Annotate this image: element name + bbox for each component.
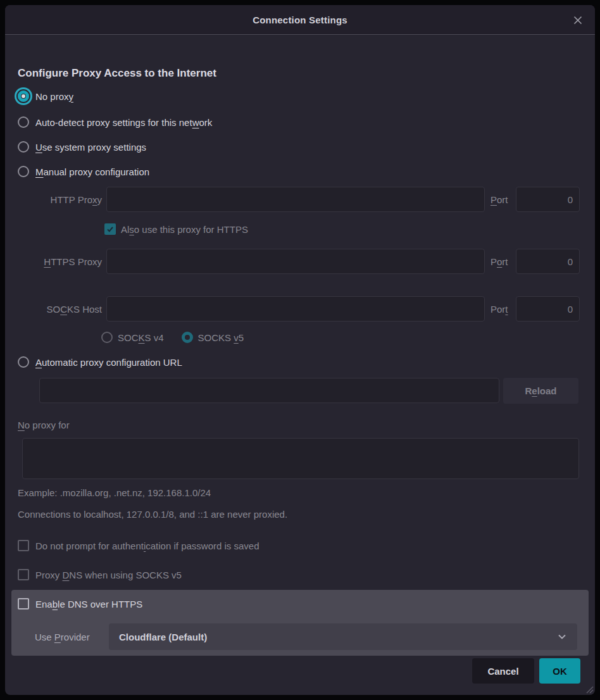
proxy-dns-row[interactable]: Proxy DNS when using SOCKS v5 xyxy=(18,569,182,580)
share-proxy-label: Also use this proxy for HTTPS xyxy=(121,224,248,235)
radio-manual-label: Manual proxy configuration xyxy=(35,166,149,177)
cancel-button[interactable]: Cancel xyxy=(472,658,534,684)
radio-no-proxy[interactable] xyxy=(18,91,29,102)
https-proxy-label: HTTPS Proxy xyxy=(18,256,102,267)
doh-provider-dropdown[interactable]: Cloudflare (Default) xyxy=(109,623,577,650)
dialog-titlebar[interactable]: Connection Settings xyxy=(5,5,595,35)
radio-row-auto-url[interactable]: Automatic proxy configuration URL xyxy=(18,356,182,368)
radio-auto-url[interactable] xyxy=(18,356,29,368)
checkbox-enable-doh[interactable] xyxy=(18,598,29,609)
socks-port-input[interactable] xyxy=(516,296,580,322)
no-proxy-for-label: No proxy for xyxy=(18,420,70,430)
ok-button[interactable]: OK xyxy=(539,658,580,684)
chevron-down-icon xyxy=(557,632,567,642)
checkmark-icon xyxy=(106,225,114,233)
doh-enable-row[interactable]: Enable DNS over HTTPS xyxy=(18,598,142,609)
checkbox-proxy-dns[interactable] xyxy=(18,569,29,580)
no-prompt-auth-row[interactable]: Do not prompt for authentication if pass… xyxy=(18,540,259,551)
http-port-input[interactable] xyxy=(516,187,580,212)
doh-provider-label-wrap: Use Provider xyxy=(35,623,90,650)
doh-provider-value: Cloudflare (Default) xyxy=(119,632,207,642)
localhost-note-text: Connections to localhost, 127.0.0.1/8, a… xyxy=(18,509,287,520)
socks-host-input[interactable] xyxy=(106,296,485,322)
radio-use-system[interactable] xyxy=(18,141,29,153)
doh-panel: Enable DNS over HTTPS Use Provider Cloud… xyxy=(11,590,589,656)
radio-manual[interactable] xyxy=(18,166,29,177)
http-proxy-label: HTTP Proxy xyxy=(18,194,102,205)
http-port-label: Port xyxy=(491,194,511,205)
radio-row-no-proxy[interactable]: No proxy xyxy=(18,91,73,102)
proxy-dns-label: Proxy DNS when using SOCKS v5 xyxy=(35,570,182,580)
dialog-title: Connection Settings xyxy=(253,15,347,25)
radio-socks-v5[interactable] xyxy=(182,332,193,343)
radio-use-system-label: Use system proxy settings xyxy=(35,142,146,153)
use-provider-label: Use Provider xyxy=(35,632,90,642)
http-proxy-row: HTTP Proxy Port xyxy=(18,187,580,212)
socks-version-row: SOCKS v4 SOCKS v5 xyxy=(101,332,244,343)
radio-auto-detect[interactable] xyxy=(18,116,29,128)
radio-row-use-system[interactable]: Use system proxy settings xyxy=(18,141,146,153)
enable-doh-label: Enable DNS over HTTPS xyxy=(35,599,142,609)
https-proxy-row: HTTPS Proxy Port xyxy=(18,249,580,274)
http-proxy-input[interactable] xyxy=(106,187,485,212)
auto-config-url-input[interactable] xyxy=(39,378,499,403)
no-prompt-auth-label: Do not prompt for authentication if pass… xyxy=(35,541,259,551)
radio-auto-detect-label: Auto-detect proxy settings for this netw… xyxy=(35,117,212,128)
share-proxy-row[interactable]: Also use this proxy for HTTPS xyxy=(104,223,248,235)
checkbox-share-proxy[interactable] xyxy=(104,223,116,235)
radio-socks-v4[interactable] xyxy=(101,332,113,343)
radio-socks-v5-label: SOCKS v5 xyxy=(198,332,244,343)
close-button[interactable] xyxy=(571,13,585,27)
https-port-input[interactable] xyxy=(516,249,580,274)
radio-socks-v4-label: SOCKS v4 xyxy=(118,332,164,343)
close-icon xyxy=(573,15,583,25)
no-proxy-example-text: Example: .mozilla.org, .net.nz, 192.168.… xyxy=(18,487,211,498)
socks-port-label: Port xyxy=(491,304,511,315)
checkbox-no-prompt-auth[interactable] xyxy=(18,540,29,551)
screen: Connection Settings Configure Proxy Acce… xyxy=(0,0,600,700)
socks-host-label: SOCKS Host xyxy=(18,304,102,315)
resize-grip-icon[interactable] xyxy=(585,685,594,694)
radio-row-manual[interactable]: Manual proxy configuration xyxy=(18,166,149,177)
radio-no-proxy-label: No proxy xyxy=(35,91,73,102)
https-proxy-input[interactable] xyxy=(106,249,485,274)
https-port-label: Port xyxy=(491,256,511,267)
page-title: Configure Proxy Access to the Internet xyxy=(18,67,216,80)
connection-settings-dialog: Connection Settings Configure Proxy Acce… xyxy=(5,5,595,695)
socks-host-row: SOCKS Host Port xyxy=(18,296,580,322)
reload-button[interactable]: Reload xyxy=(503,378,578,404)
radio-auto-url-label: Automatic proxy configuration URL xyxy=(35,357,182,368)
radio-row-auto-detect[interactable]: Auto-detect proxy settings for this netw… xyxy=(18,116,212,128)
no-proxy-for-textarea[interactable] xyxy=(22,438,579,479)
